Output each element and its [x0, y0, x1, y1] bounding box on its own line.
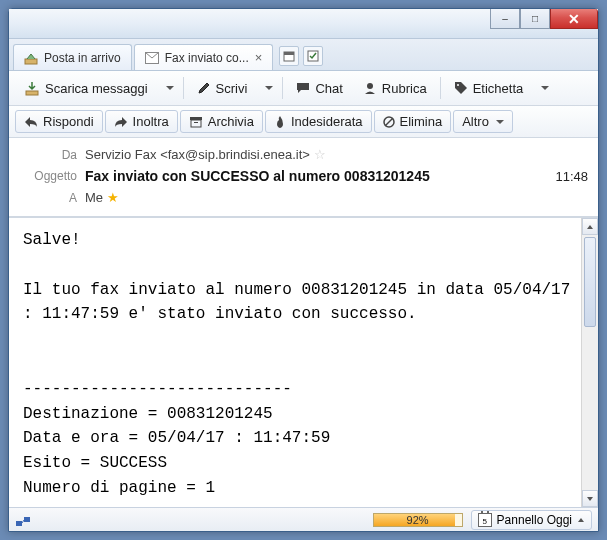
vertical-scrollbar[interactable] — [581, 218, 598, 507]
subject-value: Fax inviato con SUCCESSO al numero 00831… — [85, 168, 430, 184]
main-toolbar: Scarica messaggi Scrivi Chat Rubrica — [9, 71, 598, 106]
tab-inbox[interactable]: Posta in arrivo — [13, 44, 132, 70]
archive-label: Archivia — [208, 114, 254, 129]
fire-icon — [274, 115, 286, 129]
from-label: Da — [19, 148, 77, 162]
other-actions-button[interactable]: Altro — [453, 110, 513, 133]
chat-button[interactable]: Chat — [287, 76, 351, 101]
chevron-down-icon — [166, 86, 174, 90]
addressbook-button[interactable]: Rubrica — [354, 76, 436, 101]
tag-icon — [454, 81, 468, 95]
message-toolbar: Rispondi Inoltra Archivia Indesiderata E… — [9, 106, 598, 138]
status-bar: 92% 5 Pannello Oggi — [9, 507, 598, 531]
message-headers: Da Servizio Fax <fax@sip.brindisi.enea.i… — [9, 138, 598, 217]
junk-button[interactable]: Indesiderata — [265, 110, 372, 133]
from-value: Servizio Fax <fax@sip.brindisi.enea.it> — [85, 147, 310, 162]
svg-rect-9 — [191, 120, 201, 127]
progress-bar: 92% — [373, 513, 463, 527]
close-button[interactable]: ✕ — [550, 9, 598, 29]
subject-label: Oggetto — [19, 169, 77, 183]
delete-button[interactable]: Elimina — [374, 110, 452, 133]
app-window: – □ ✕ Posta in arrivo Fax inviato co... … — [8, 8, 599, 532]
compose-label: Scrivi — [216, 81, 248, 96]
pencil-icon — [197, 81, 211, 95]
window-controls: – □ ✕ — [490, 9, 598, 29]
separator — [440, 77, 441, 99]
tab-message-label: Fax inviato co... — [165, 51, 249, 65]
star-contact-icon[interactable]: ☆ — [314, 147, 326, 162]
svg-rect-0 — [25, 59, 37, 64]
chevron-up-icon — [577, 517, 585, 523]
forward-button[interactable]: Inoltra — [105, 110, 178, 133]
tab-extra-icons — [279, 46, 323, 70]
message-body-container: Salve! Il tuo fax inviato al numero 0083… — [9, 217, 598, 507]
svg-point-7 — [457, 84, 459, 86]
chevron-down-icon — [496, 120, 504, 124]
reply-label: Rispondi — [43, 114, 94, 129]
titlebar: – □ ✕ — [9, 9, 598, 39]
calendar-icon: 5 — [478, 513, 492, 527]
svg-rect-5 — [26, 91, 38, 95]
download-dropdown[interactable] — [159, 81, 179, 95]
download-label: Scarica messaggi — [45, 81, 148, 96]
archive-button[interactable]: Archivia — [180, 110, 263, 133]
reply-button[interactable]: Rispondi — [15, 110, 103, 133]
message-body: Salve! Il tuo fax inviato al numero 0083… — [9, 218, 598, 507]
svg-rect-14 — [24, 517, 30, 522]
today-pane-button[interactable]: 5 Pannello Oggi — [471, 510, 592, 530]
svg-rect-13 — [16, 521, 22, 526]
today-pane-label: Pannello Oggi — [497, 513, 572, 527]
forward-label: Inoltra — [133, 114, 169, 129]
chevron-down-icon — [541, 86, 549, 90]
tab-message[interactable]: Fax inviato co... × — [134, 44, 274, 70]
activity-icon[interactable] — [15, 513, 31, 527]
download-icon — [24, 80, 40, 96]
separator — [282, 77, 283, 99]
tag-dropdown[interactable] — [534, 81, 554, 95]
calendar-tab-icon[interactable] — [279, 46, 299, 66]
archive-icon — [189, 116, 203, 128]
scroll-thumb[interactable] — [584, 237, 596, 327]
compose-button[interactable]: Scrivi — [188, 76, 257, 101]
separator — [183, 77, 184, 99]
tab-close-icon[interactable]: × — [255, 50, 263, 65]
svg-rect-10 — [194, 122, 198, 123]
scroll-track[interactable] — [582, 329, 598, 490]
tag-button[interactable]: Etichetta — [445, 76, 533, 101]
tab-inbox-label: Posta in arrivo — [44, 51, 121, 65]
progress-text: 92% — [374, 514, 462, 526]
envelope-icon — [145, 52, 159, 64]
svg-line-15 — [22, 520, 24, 523]
chat-label: Chat — [315, 81, 342, 96]
person-icon — [363, 81, 377, 95]
reply-icon — [24, 116, 38, 128]
forward-icon — [114, 116, 128, 128]
message-time: 11:48 — [555, 169, 588, 184]
svg-rect-3 — [284, 52, 294, 55]
inbox-icon — [24, 51, 38, 65]
tab-strip: Posta in arrivo Fax inviato co... × — [9, 39, 598, 71]
compose-dropdown[interactable] — [258, 81, 278, 95]
addressbook-label: Rubrica — [382, 81, 427, 96]
delete-label: Elimina — [400, 114, 443, 129]
to-value: Me — [85, 190, 103, 205]
svg-line-12 — [385, 118, 393, 126]
other-label: Altro — [462, 114, 489, 129]
tasks-tab-icon[interactable] — [303, 46, 323, 66]
junk-label: Indesiderata — [291, 114, 363, 129]
delete-icon — [383, 116, 395, 128]
download-messages-button[interactable]: Scarica messaggi — [15, 75, 157, 101]
tag-label: Etichetta — [473, 81, 524, 96]
scroll-up-button[interactable] — [582, 218, 598, 235]
minimize-button[interactable]: – — [490, 9, 520, 29]
chevron-down-icon — [265, 86, 273, 90]
chat-icon — [296, 81, 310, 95]
maximize-button[interactable]: □ — [520, 9, 550, 29]
svg-point-6 — [367, 83, 373, 89]
star-message-icon[interactable]: ★ — [107, 190, 119, 205]
scroll-down-button[interactable] — [582, 490, 598, 507]
to-label: A — [19, 191, 77, 205]
